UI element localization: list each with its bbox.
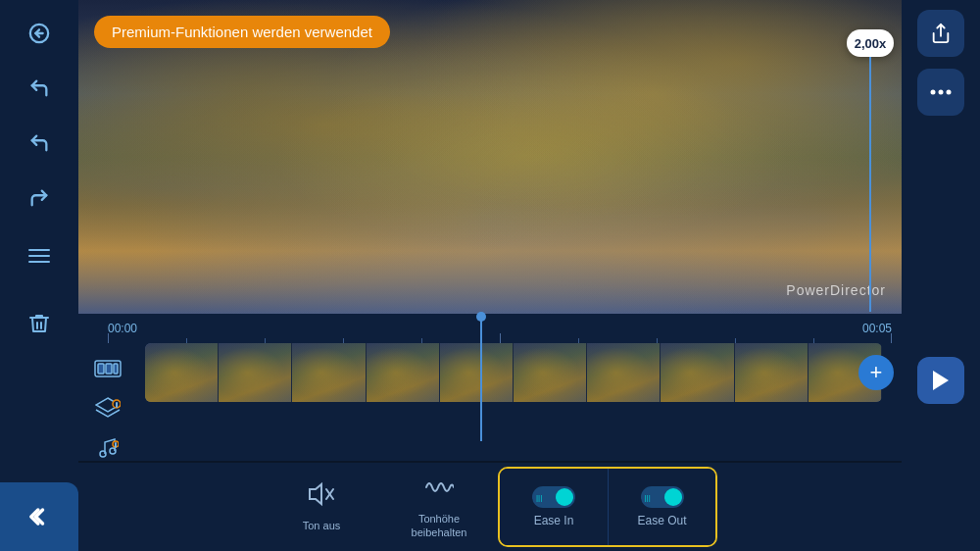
- ease-out-knob: [664, 488, 682, 506]
- strip-frame-3: [292, 343, 366, 402]
- svg-marker-6: [933, 371, 949, 390]
- mute-label: Ton aus: [303, 519, 341, 532]
- svg-text:!: !: [115, 442, 116, 448]
- ease-out-item[interactable]: ||| Ease Out: [608, 469, 715, 545]
- redo-button[interactable]: [16, 175, 63, 222]
- more-button[interactable]: [917, 69, 964, 116]
- svg-point-5: [947, 90, 952, 95]
- video-canvas: Premium-Funktionen werden verwendet Powe…: [78, 0, 902, 314]
- delete-button[interactable]: [16, 300, 63, 347]
- chevron-left-button[interactable]: [0, 482, 78, 551]
- svg-point-3: [931, 90, 936, 95]
- strip-frame-2: [219, 343, 292, 402]
- ease-section: ||| Ease In ||| Ease Out: [498, 467, 717, 547]
- strip-frame-4: [367, 343, 440, 402]
- ease-in-knob: [556, 488, 573, 506]
- left-sidebar: [0, 0, 78, 551]
- ease-in-label: Ease In: [534, 514, 574, 527]
- svg-rect-8: [98, 364, 104, 374]
- svg-point-4: [939, 90, 944, 95]
- audio-icon[interactable]: !: [90, 429, 125, 465]
- toggle-lines-icon: |||: [536, 493, 542, 502]
- undo2-button[interactable]: [16, 120, 63, 167]
- track-tools: ! !: [78, 343, 137, 465]
- video-preview: Premium-Funktionen werden verwendet Powe…: [78, 0, 902, 314]
- playhead-top: [476, 312, 486, 322]
- ease-in-toggle[interactable]: |||: [532, 486, 575, 508]
- speed-line: [869, 57, 871, 312]
- toggle-lines-icon-2: |||: [645, 493, 651, 502]
- strip-frame-8: [661, 343, 734, 402]
- strip-frame-9: [735, 343, 808, 402]
- video-track-icon[interactable]: [90, 351, 125, 386]
- video-strip-container: [145, 343, 882, 402]
- strip-frame-7: [587, 343, 661, 402]
- svg-marker-18: [310, 484, 321, 504]
- playhead: [480, 314, 482, 441]
- strip-frame-1: [145, 343, 219, 402]
- strip-frame-5: [440, 343, 514, 402]
- time-end: 00:05: [862, 322, 892, 335]
- strip-frame-6: [514, 343, 587, 402]
- svg-rect-10: [114, 364, 118, 374]
- premium-badge: Premium-Funktionen werden verwendet: [94, 16, 390, 48]
- mute-icon: [308, 481, 335, 513]
- svg-rect-9: [106, 364, 112, 374]
- undo-button[interactable]: [16, 65, 63, 112]
- mute-tool[interactable]: Ton aus: [263, 463, 380, 551]
- add-clip-button[interactable]: +: [858, 355, 894, 390]
- ease-in-item[interactable]: ||| Ease In: [500, 469, 608, 545]
- right-sidebar: [902, 0, 980, 551]
- speed-value: 2,00x: [847, 29, 894, 57]
- menu-icon[interactable]: [28, 249, 50, 263]
- pitch-label: Tonhöhe beibehalten: [412, 512, 467, 540]
- play-button[interactable]: [917, 357, 964, 404]
- pitch-icon: [424, 475, 454, 506]
- bottom-toolbar: Ton aus Tonhöhe beibehalten ||| Ease In …: [78, 463, 902, 551]
- layers-icon[interactable]: !: [90, 390, 125, 426]
- timeline-ruler: 00:00 00:05: [78, 314, 902, 343]
- back-button[interactable]: [16, 10, 63, 57]
- pitch-tool[interactable]: Tonhöhe beibehalten: [380, 463, 498, 551]
- share-button[interactable]: [917, 10, 964, 57]
- ease-out-toggle[interactable]: |||: [641, 486, 684, 508]
- video-strip[interactable]: [145, 343, 882, 402]
- ease-out-label: Ease Out: [637, 514, 686, 527]
- speed-indicator: 2,00x: [847, 29, 894, 312]
